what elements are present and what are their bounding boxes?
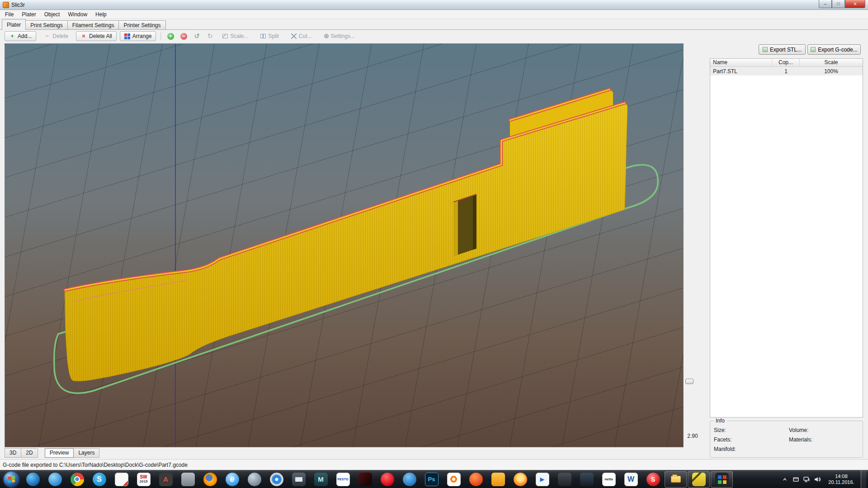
- tab-plater[interactable]: Plater: [2, 19, 26, 30]
- taskbar-item-image-viewer[interactable]: [711, 471, 733, 488]
- arrange-label: Arrange: [132, 33, 152, 39]
- taskbar-item-safari[interactable]: [265, 470, 288, 488]
- network-button[interactable]: [802, 474, 811, 485]
- tab-printer-settings[interactable]: Printer Settings: [118, 20, 165, 30]
- flame-icon: [514, 473, 527, 486]
- arrange-icon: [124, 33, 130, 39]
- export-stl-button[interactable]: Export STL...: [759, 44, 806, 55]
- tab-3d[interactable]: 3D: [5, 448, 21, 458]
- settings-label: Settings...: [331, 33, 355, 39]
- taskbar-item-internet-explorer[interactable]: e: [221, 470, 243, 488]
- volume-button[interactable]: [813, 474, 822, 485]
- taskbar-item-dark-app[interactable]: [576, 470, 598, 488]
- taskbar-item-opera[interactable]: [376, 470, 398, 488]
- taskbar-item-firefox[interactable]: [199, 470, 221, 488]
- settings-icon: [324, 34, 329, 38]
- settings-button[interactable]: Settings...: [320, 31, 359, 41]
- taskbar-item-text-editor[interactable]: [110, 470, 132, 488]
- info-panel: Info Size: Volume: Facets: Materials: Ma…: [710, 421, 863, 458]
- taskbar-item-photoshop[interactable]: Ps: [420, 470, 443, 488]
- taskbar-item-notes[interactable]: [688, 471, 710, 488]
- firefox-icon: [203, 473, 217, 486]
- delete-button[interactable]: − Delete: [39, 31, 73, 41]
- menu-file[interactable]: File: [1, 10, 18, 19]
- taskbar-item-chrome[interactable]: [66, 470, 88, 488]
- info-manifold-label: Manifold:: [714, 445, 789, 454]
- red-orb-icon: [469, 473, 483, 486]
- taskbar-item-blue-app[interactable]: [398, 470, 420, 488]
- preview-canvas[interactable]: [5, 43, 684, 447]
- split-label: Split: [268, 33, 278, 39]
- taskbar-item-orange-swirl[interactable]: [443, 470, 465, 488]
- messenger-icon: [48, 473, 62, 486]
- orange-swirl-icon: [447, 473, 461, 486]
- tab-2d[interactable]: 2D: [21, 448, 38, 458]
- delete-icon: −: [44, 33, 50, 39]
- tab-preview[interactable]: Preview: [45, 448, 74, 458]
- taskbar-item-cad-tool[interactable]: [177, 470, 199, 488]
- taskbar-item-autocad[interactable]: A: [155, 470, 177, 488]
- add-button[interactable]: + Add...: [5, 31, 36, 41]
- close-button[interactable]: ×: [845, 0, 865, 8]
- column-copies[interactable]: Cop...: [772, 59, 800, 66]
- menu-object[interactable]: Object: [40, 10, 64, 19]
- delete-all-icon: ×: [80, 33, 87, 39]
- taskbar-item-media-projector[interactable]: [288, 470, 310, 488]
- show-hidden-icons-button[interactable]: [780, 474, 789, 485]
- cut-icon: [291, 33, 297, 39]
- taskbar-item-skype[interactable]: S: [88, 470, 110, 488]
- maximize-button[interactable]: □: [832, 0, 845, 8]
- menu-help[interactable]: Help: [91, 10, 111, 19]
- taskbar-item-festo[interactable]: FESTO: [332, 470, 354, 488]
- taskbar-item-maya[interactable]: M: [310, 470, 332, 488]
- fewer-copies-button[interactable]: −: [179, 31, 189, 41]
- layer-slider-thumb[interactable]: [685, 379, 693, 384]
- model-part[interactable]: [59, 84, 633, 392]
- show-desktop-button[interactable]: [861, 470, 866, 488]
- view-tabs: 3D 2D Preview Layers: [5, 448, 99, 458]
- column-scale[interactable]: Scale: [800, 59, 863, 66]
- tab-layers[interactable]: Layers: [73, 448, 99, 458]
- start-button[interactable]: [1, 470, 22, 488]
- menu-plater[interactable]: Plater: [18, 10, 40, 19]
- taskbar-item-browser[interactable]: [22, 470, 44, 488]
- taskbar-item-media-player[interactable]: ▶: [531, 470, 553, 488]
- taskbar-item-dark-game[interactable]: [553, 470, 576, 488]
- tab-filament-settings[interactable]: Filament Settings: [67, 20, 119, 30]
- column-name[interactable]: Name: [710, 59, 772, 66]
- menu-window[interactable]: Window: [64, 10, 91, 19]
- split-button[interactable]: Split: [256, 31, 283, 41]
- taskbar-item-shareit[interactable]: S: [642, 470, 664, 488]
- status-message: G-code file exported to C:\Users\TorNado…: [3, 462, 188, 468]
- scale-label: Scale...: [230, 33, 248, 39]
- export-stl-label: Export STL...: [770, 47, 802, 53]
- taskbar-item-netis[interactable]: netis: [598, 470, 620, 488]
- taskbar-item-windows-explorer[interactable]: [665, 471, 687, 488]
- dark-app-icon: [580, 473, 594, 486]
- export-gcode-button[interactable]: Export G-code...: [807, 44, 861, 55]
- taskbar-item-flame[interactable]: [509, 470, 531, 488]
- taskbar-item-utility[interactable]: [487, 470, 509, 488]
- taskbar-item-solidworks[interactable]: SW2015: [132, 470, 155, 488]
- more-copies-button[interactable]: +: [165, 31, 175, 41]
- taskbar-item-red-orb[interactable]: [465, 470, 487, 488]
- taskbar-item-wiki[interactable]: W: [620, 470, 642, 488]
- cut-button[interactable]: Cut...: [287, 31, 316, 41]
- table-row[interactable]: Part7.STL 1 100%: [710, 67, 863, 75]
- tray-app-button[interactable]: [791, 474, 800, 485]
- minimize-button[interactable]: –: [819, 0, 832, 8]
- delete-all-button[interactable]: × Delete All: [76, 31, 117, 41]
- rotate-cw-button[interactable]: ↻: [205, 31, 215, 41]
- settings-tabstrip: Plater Print Settings Filament Settings …: [0, 19, 868, 30]
- taskbar-clock[interactable]: 14:08 20.11.2016.: [824, 474, 859, 485]
- taskbar-item-messenger[interactable]: [44, 470, 66, 488]
- arrange-button[interactable]: Arrange: [120, 31, 156, 41]
- taskbar-item-disc-burner[interactable]: [354, 470, 376, 488]
- scale-button[interactable]: Scale...: [218, 31, 253, 41]
- titlebar[interactable]: Slic3r – □ ×: [0, 0, 868, 10]
- taskbar-item-web-globe[interactable]: [243, 470, 265, 488]
- rotate-ccw-icon: ↺: [194, 33, 200, 40]
- tray-window-icon: [793, 476, 799, 483]
- tab-print-settings[interactable]: Print Settings: [25, 20, 67, 30]
- rotate-ccw-button[interactable]: ↺: [192, 31, 202, 41]
